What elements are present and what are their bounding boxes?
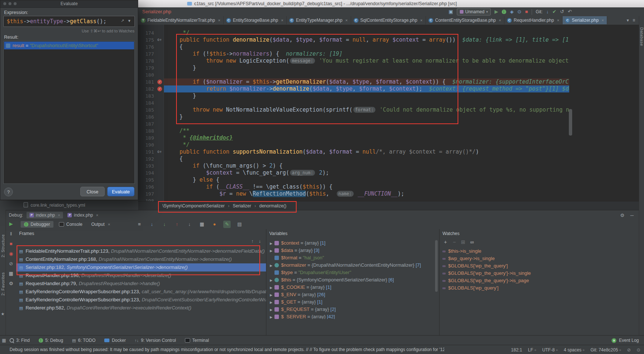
duplicate-watch-icon[interactable]: ⊞ [459, 239, 468, 245]
gutter-line[interactable]: 193 [138, 162, 164, 169]
code-line[interactable] [164, 197, 569, 201]
variable-row[interactable]: ▶$_REQUEST = {array} [2] [266, 306, 439, 313]
close-icon[interactable]: × [218, 18, 220, 22]
variable-row[interactable]: $format = "hal_json" [266, 254, 439, 262]
copy-stack-icon[interactable]: ▤ [236, 221, 243, 228]
settings-icon[interactable]: ⚙ [9, 281, 13, 286]
gutter-line[interactable]: 183 [138, 92, 164, 99]
override-icon[interactable]: o↑ [157, 149, 162, 154]
run-config-select[interactable]: Unnamed▾ [457, 8, 491, 15]
tab-RequestHandler.php[interactable]: CRequestHandler.php× [504, 16, 563, 24]
gutter-line[interactable]: 174 [138, 29, 164, 36]
restore-layout-icon[interactable]: ▦ [198, 221, 206, 228]
expand-arrow-icon[interactable]: ▶ [269, 240, 274, 247]
coverage-icon[interactable]: ◈ [510, 9, 514, 14]
expand-arrow-icon[interactable]: ▶ [269, 313, 274, 319]
editor-code-area[interactable]: */ public function denormalize($data, $t… [164, 25, 639, 201]
code-line[interactable] [164, 120, 569, 127]
debug-tab-index.php[interactable]: Pindex.php× [27, 212, 63, 218]
close-icon[interactable]: × [499, 18, 501, 22]
code-line[interactable] [164, 99, 569, 106]
gutter-line[interactable]: 196 [138, 183, 164, 190]
expand-arrow-icon[interactable]: ▶ [269, 247, 274, 254]
rerun-icon[interactable]: ▶ [9, 221, 13, 227]
watch-row[interactable]: ∞$GLOBALS['wp_the_query']->is_page [440, 277, 639, 284]
code-line[interactable]: if ($normalizer = $this->getDenormalizer… [164, 78, 569, 85]
variable-row[interactable]: $type = "Drupal\user\Entity\User" [266, 269, 439, 276]
tab-Serializer.php[interactable]: CSerializer.php× [563, 16, 607, 24]
status-line-ending[interactable]: LF÷ [528, 347, 536, 353]
gutter-line[interactable]: 190 [138, 141, 164, 148]
frame-row[interactable]: ▤RequestHandler.php:196,Drupal\rest\Requ… [16, 271, 266, 280]
tab-ContentEntityStorageBase.php[interactable]: CContentEntityStorageBase.php× [426, 16, 504, 24]
remove-watch-icon[interactable]: − [450, 239, 459, 245]
watch-row[interactable]: ∞$wp_query->is_single [440, 255, 639, 262]
frame-row[interactable]: ▤RequestHandler.php:79,Drupal\rest\Reque… [16, 280, 266, 288]
variable-row[interactable]: ▶$normalizer = {Drupal\hal\Normalizer\Co… [266, 262, 439, 269]
variable-row[interactable]: ▶$this = {Symfony\Component\Serializer\S… [266, 276, 439, 284]
gutter-line[interactable]: 187 [138, 120, 164, 127]
code-line[interactable]: public function denormalize($data, $type… [164, 36, 569, 43]
add-watch-icon[interactable]: + [441, 239, 450, 245]
breakpoint-icon[interactable]: ✓ [157, 80, 162, 84]
gutter-line[interactable]: 189 [138, 134, 164, 141]
expression-input[interactable]: $this->entityType->getClass(); ↗ ▼ [3, 16, 135, 27]
gutter-line[interactable]: 195 [138, 176, 164, 183]
gutter-line[interactable]: 194 [138, 169, 164, 176]
run-to-cursor-icon[interactable]: ● [211, 221, 218, 228]
code-line[interactable]: * {@inheritdoc} [164, 134, 569, 141]
frame-row[interactable]: ▤EarlyRenderingControllerWrapperSubscrib… [16, 288, 266, 296]
gutter-line[interactable]: 175o↑ [138, 36, 164, 43]
close-icon[interactable]: × [58, 213, 60, 217]
pause-icon[interactable]: ‖ [10, 231, 12, 236]
breakpoint-icon[interactable]: ✓ [157, 87, 162, 91]
breadcrumb-item[interactable]: denormalize() [259, 201, 286, 210]
git-log-icon[interactable]: ↺ [560, 9, 564, 14]
toolwindow-button-5: Debug[interactable]: 5: Debug [39, 338, 63, 343]
stripe-button-2: Favorites[interactable]: 2: Favorites [1, 272, 5, 295]
variable-row[interactable]: ▶$_COOKIE = {array} [1] [266, 284, 439, 291]
code-line[interactable]: throw new LogicException(message: 'You m… [164, 57, 569, 64]
code-line[interactable]: /** [164, 127, 569, 134]
step-out-icon[interactable]: ↑ [173, 221, 181, 228]
status-git-branch[interactable]: Git: 74e8c205÷ [591, 347, 621, 353]
arrow-up-icon[interactable]: ↑ [251, 239, 253, 244]
code-line[interactable]: } [164, 113, 569, 120]
code-line[interactable]: } else { [164, 176, 569, 183]
expand-arrow-icon[interactable]: ▶ [269, 306, 274, 313]
step-into-icon[interactable]: ↓ [161, 221, 168, 228]
frame-row[interactable]: ▤Serializer.php:182,Symfony\Component\Se… [16, 263, 266, 271]
close-icon[interactable]: × [345, 18, 347, 22]
show-execution-point-icon[interactable]: ≡ [136, 221, 143, 228]
view-tab-Console[interactable]: Console [56, 221, 86, 228]
variables-scrollbar[interactable] [435, 240, 438, 292]
stop-icon[interactable]: ■ [525, 9, 528, 14]
close-icon[interactable]: × [602, 18, 604, 22]
gutter-line[interactable]: 186 [138, 113, 164, 120]
tab-FieldableEntityNormalizerTrait.php[interactable]: TFieldableEntityNormalizerTrait.php× [138, 16, 224, 24]
gutter-line[interactable]: 192 [138, 155, 164, 162]
git-update-icon[interactable]: ↓ [546, 9, 549, 14]
status-indent[interactable]: 4 spaces÷ [564, 347, 585, 353]
step-over-icon[interactable]: ↓ [148, 221, 155, 228]
close-button[interactable]: Close [80, 187, 105, 196]
override-icon[interactable]: o↑ [157, 37, 162, 42]
git-rollback-icon[interactable]: ↶ [568, 9, 572, 14]
expand-arrow-icon[interactable]: ▶ [269, 277, 274, 284]
event-log-button[interactable]: 9 Event Log [612, 336, 639, 345]
expand-icon[interactable]: ↗ [121, 18, 124, 23]
gutter-line[interactable]: 188 [138, 127, 164, 134]
close-icon[interactable]: × [557, 18, 559, 22]
gutter-line[interactable]: 191o↑ [138, 148, 164, 155]
status-encoding[interactable]: UTF-8÷ [542, 347, 558, 353]
gutter-line[interactable]: 185 [138, 106, 164, 113]
view-tab-Output[interactable]: Output× [88, 221, 113, 228]
gear-icon[interactable]: ⚙ [620, 213, 624, 218]
watch-row[interactable]: ∞$this->is_single [440, 248, 639, 255]
toolwindow-switcher-icon[interactable]: ▦ [2, 336, 6, 345]
tab-EntityStorageBase.php[interactable]: CEntityStorageBase.php× [224, 16, 287, 24]
stop-icon[interactable]: ■ [10, 241, 13, 246]
variable-row[interactable]: ▶$_GET = {array} [1] [266, 298, 439, 306]
code-line[interactable]: throw new NotNormalizableValueException(… [164, 106, 569, 113]
lock-icon[interactable]: ⊘ [627, 347, 631, 353]
